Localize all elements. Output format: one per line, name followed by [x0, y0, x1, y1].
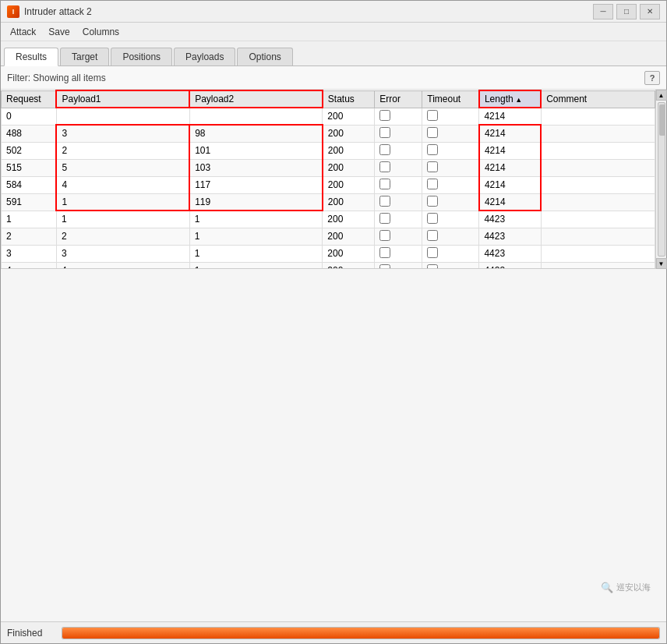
- table-section: Request Payload1 Payload2 Status Error T…: [1, 90, 666, 269]
- tabs-bar: Results Target Positions Payloads Option…: [1, 41, 666, 66]
- progress-bar-container: [62, 627, 660, 639]
- tab-results[interactable]: Results: [4, 48, 58, 66]
- status-label: Finished: [7, 628, 54, 639]
- watermark: 🔍 巡安以海: [601, 582, 651, 593]
- menu-attack[interactable]: Attack: [4, 25, 42, 39]
- help-button[interactable]: ?: [644, 71, 660, 85]
- table-row[interactable]: 4412004423: [2, 262, 655, 269]
- titlebar-left: I Intruder attack 2: [7, 5, 92, 18]
- results-table-container[interactable]: Request Payload1 Payload2 Status Error T…: [1, 90, 655, 269]
- error-checkbox[interactable]: [379, 161, 390, 172]
- timeout-checkbox[interactable]: [427, 230, 438, 241]
- table-body: 0200421448839820042145022101200421451551…: [2, 108, 655, 269]
- error-checkbox[interactable]: [379, 127, 390, 138]
- menu-save[interactable]: Save: [42, 25, 76, 39]
- minimize-button[interactable]: ─: [593, 4, 613, 19]
- timeout-checkbox[interactable]: [427, 179, 438, 189]
- table-row[interactable]: 02004214: [2, 108, 655, 125]
- col-header-payload1[interactable]: Payload1: [56, 90, 189, 108]
- results-table: Request Payload1 Payload2 Status Error T…: [1, 90, 655, 269]
- col-header-status[interactable]: Status: [323, 90, 375, 108]
- tab-target[interactable]: Target: [60, 48, 109, 65]
- timeout-checkbox[interactable]: [427, 110, 438, 121]
- statusbar: Finished: [1, 621, 666, 643]
- tab-payloads[interactable]: Payloads: [174, 48, 235, 65]
- table-row[interactable]: 1112004423: [2, 211, 655, 228]
- menubar: Attack Save Columns: [1, 23, 666, 41]
- error-checkbox[interactable]: [379, 179, 390, 189]
- error-checkbox[interactable]: [379, 110, 390, 121]
- error-checkbox[interactable]: [379, 144, 390, 155]
- window-title: Intruder attack 2: [24, 6, 92, 17]
- filter-text: Filter: Showing all items: [7, 73, 106, 83]
- table-row[interactable]: 59111192004214: [2, 193, 655, 211]
- scroll-up-button[interactable]: ▲: [656, 90, 667, 101]
- table-row[interactable]: 3312004423: [2, 245, 655, 262]
- vertical-scrollbar[interactable]: ▲ ▼: [655, 90, 666, 269]
- bottom-area: 🔍 巡安以海: [1, 269, 666, 621]
- timeout-checkbox[interactable]: [427, 144, 438, 155]
- app-icon: I: [7, 5, 19, 18]
- col-header-timeout[interactable]: Timeout: [422, 90, 479, 108]
- menu-columns[interactable]: Columns: [76, 25, 125, 39]
- error-checkbox[interactable]: [379, 213, 390, 224]
- main-window: I Intruder attack 2 ─ □ ✕ Attack Save Co…: [0, 0, 667, 644]
- timeout-checkbox[interactable]: [427, 213, 438, 224]
- watermark-text: 巡安以海: [616, 582, 651, 593]
- v-scrollbar-thumb[interactable]: [659, 104, 665, 136]
- scroll-down-button[interactable]: ▼: [656, 258, 667, 269]
- table-row[interactable]: 2212004423: [2, 228, 655, 245]
- col-header-length[interactable]: Length ▲: [479, 90, 541, 108]
- maximize-button[interactable]: □: [616, 4, 637, 19]
- col-header-error[interactable]: Error: [375, 90, 422, 108]
- close-button[interactable]: ✕: [640, 4, 660, 19]
- table-wrapper: Request Payload1 Payload2 Status Error T…: [1, 90, 655, 269]
- table-row[interactable]: 51551032004214: [2, 159, 655, 176]
- titlebar-controls: ─ □ ✕: [593, 4, 660, 19]
- progress-bar-fill: [62, 628, 659, 639]
- table-row[interactable]: 58441172004214: [2, 176, 655, 193]
- col-header-request[interactable]: Request: [2, 90, 57, 108]
- v-scrollbar-track[interactable]: [658, 102, 665, 257]
- table-row[interactable]: 50221012004214: [2, 142, 655, 159]
- tab-positions[interactable]: Positions: [111, 48, 172, 65]
- timeout-checkbox[interactable]: [427, 161, 438, 172]
- filter-bar: Filter: Showing all items ?: [1, 66, 666, 90]
- tab-options[interactable]: Options: [237, 48, 292, 65]
- error-checkbox[interactable]: [379, 247, 390, 258]
- timeout-checkbox[interactable]: [427, 196, 438, 207]
- timeout-checkbox[interactable]: [427, 247, 438, 258]
- timeout-checkbox[interactable]: [427, 127, 438, 138]
- col-header-comment[interactable]: Comment: [541, 90, 655, 108]
- error-checkbox[interactable]: [379, 196, 390, 207]
- titlebar: I Intruder attack 2 ─ □ ✕: [1, 1, 666, 23]
- col-header-payload2[interactable]: Payload2: [189, 90, 323, 108]
- table-row[interactable]: 4883982004214: [2, 125, 655, 142]
- error-checkbox[interactable]: [379, 230, 390, 241]
